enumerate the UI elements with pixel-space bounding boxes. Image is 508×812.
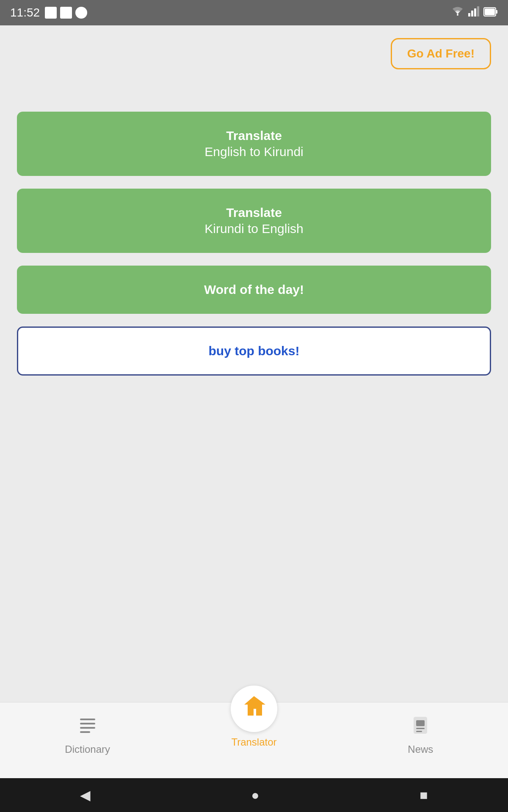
translate-english-kirundi-line2: English to Kirundi — [204, 145, 303, 159]
status-icon-2 — [60, 7, 72, 19]
home-icon — [241, 693, 267, 725]
nav-item-news[interactable]: News — [333, 702, 508, 755]
android-back-button[interactable]: ◀ — [80, 787, 91, 803]
dictionary-label: Dictionary — [65, 743, 110, 755]
status-time: 11:52 — [10, 6, 40, 19]
action-buttons: Translate English to Kirundi Translate K… — [17, 112, 491, 376]
svg-rect-10 — [80, 727, 95, 729]
android-recent-button[interactable]: ■ — [420, 787, 428, 803]
ad-free-container: Go Ad Free! — [17, 38, 491, 69]
android-nav: ◀ ● ■ — [0, 778, 508, 812]
svg-rect-3 — [474, 8, 476, 16]
svg-rect-1 — [468, 13, 470, 16]
translate-kirundi-english-line1: Translate — [226, 206, 282, 220]
word-of-day-button[interactable]: Word of the day! — [17, 266, 491, 314]
news-label: News — [408, 743, 433, 755]
status-icon-1 — [45, 7, 57, 19]
nav-item-dictionary[interactable]: Dictionary — [0, 702, 175, 755]
translate-english-kirundi-button[interactable]: Translate English to Kirundi — [17, 112, 491, 176]
svg-point-0 — [457, 14, 458, 16]
svg-rect-4 — [477, 6, 479, 16]
word-of-day-label: Word of the day! — [204, 283, 304, 297]
translate-kirundi-english-button[interactable]: Translate Kirundi to English — [17, 189, 491, 253]
status-icons — [45, 7, 87, 19]
battery-icon — [483, 6, 498, 19]
bottom-nav: Dictionary Translator News — [0, 702, 508, 778]
buy-books-label: buy top books! — [209, 344, 300, 358]
dictionary-icon — [77, 715, 98, 740]
svg-rect-14 — [416, 731, 422, 732]
ad-free-button[interactable]: Go Ad Free! — [391, 38, 491, 69]
translator-circle — [231, 686, 277, 732]
translate-kirundi-english-line2: Kirundi to English — [204, 222, 303, 236]
status-bar-right — [451, 6, 498, 19]
svg-rect-9 — [80, 723, 95, 724]
svg-rect-11 — [80, 731, 90, 733]
nav-item-translator[interactable]: Translator — [175, 702, 333, 748]
status-bar-left: 11:52 — [10, 6, 87, 19]
svg-rect-13 — [416, 728, 425, 729]
translate-english-kirundi-line1: Translate — [226, 129, 282, 143]
signal-icon — [468, 6, 479, 19]
svg-rect-2 — [471, 11, 473, 16]
android-home-button[interactable]: ● — [251, 787, 259, 803]
news-icon — [410, 715, 431, 740]
main-content: Go Ad Free! Translate English to Kirundi… — [0, 25, 508, 702]
svg-rect-7 — [485, 8, 495, 15]
buy-books-button[interactable]: buy top books! — [17, 326, 491, 376]
wifi-icon — [451, 6, 464, 19]
svg-rect-12 — [416, 720, 425, 726]
translator-label: Translator — [231, 736, 276, 748]
status-bar: 11:52 — [0, 0, 508, 25]
svg-rect-8 — [80, 719, 95, 720]
status-icon-3 — [75, 7, 87, 19]
svg-rect-6 — [496, 10, 497, 14]
